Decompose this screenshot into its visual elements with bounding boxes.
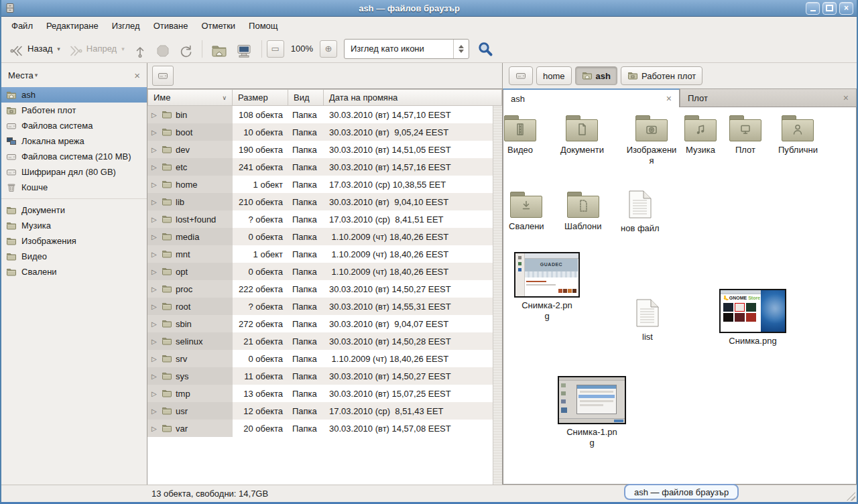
column-header-name[interactable]: Име ∨ <box>147 89 233 106</box>
table-row-root[interactable]: ▷ root? обектаПапка30.03.2010 (вт) 14,55… <box>147 298 502 315</box>
sidebar-item-видео[interactable]: Видео <box>1 249 147 264</box>
column-header-size[interactable]: Размер <box>233 89 288 106</box>
table-row-mnt[interactable]: ▷ mnt1 обектПапка 1.10.2009 (чт) 18,40,2… <box>147 245 502 263</box>
close-button[interactable]: × <box>839 2 853 15</box>
icon-item-снимка-1.png[interactable]: Снимка-1.png <box>558 376 626 449</box>
home-button[interactable] <box>207 38 231 59</box>
menu-help[interactable]: Помощ <box>242 18 284 34</box>
view-mode-select[interactable]: Изглед като икони <box>344 39 469 59</box>
back-dropdown-icon[interactable]: ▾ <box>57 46 60 52</box>
menu-go[interactable]: Отиване <box>147 18 195 34</box>
table-row-proc[interactable]: ▷ proc222 обектаПапка30.03.2010 (вт) 14,… <box>147 280 502 298</box>
sidebar-item-файлова-система[interactable]: Файлова система <box>1 118 147 133</box>
expander-icon[interactable]: ▷ <box>151 303 158 310</box>
expander-icon[interactable]: ▷ <box>151 233 158 241</box>
menu-bookmarks[interactable]: Отметки <box>194 18 242 34</box>
sidebar-item-шифриран-дял-80-gb-[interactable]: Шифриран дял (80 GB) <box>1 164 147 180</box>
expander-icon[interactable]: ▷ <box>151 146 158 153</box>
expander-icon[interactable]: ▷ <box>151 320 158 328</box>
sidebar-item-документи[interactable]: Документи <box>1 202 147 218</box>
expander-icon[interactable]: ▷ <box>151 216 158 223</box>
table-row-opt[interactable]: ▷ opt0 обектаПапка 1.10.2009 (чт) 18,40,… <box>147 263 502 280</box>
sidebar-item-ash[interactable]: ash <box>1 87 147 103</box>
pathbar-button-home[interactable]: home <box>536 66 572 85</box>
sidebar-item-файлова-система-210-mb-[interactable]: Файлова система (210 MB) <box>1 149 147 164</box>
column-header-type[interactable]: Вид <box>288 89 324 106</box>
sidebar-item-изображения[interactable]: Изображения <box>1 233 147 249</box>
taskbar-chip[interactable]: ash — файлов браузър <box>624 484 739 500</box>
table-row-sys[interactable]: ▷ sys11 обектаПапка30.03.2010 (вт) 14,50… <box>147 367 502 385</box>
icon-item-публични[interactable]: Публични <box>778 115 818 155</box>
sidebar-close-icon[interactable]: × <box>134 70 140 81</box>
icon-item-снимка.png[interactable]: 🦶GNOME Store Снимка.png <box>719 289 786 346</box>
vertical-scrollbar[interactable] <box>493 106 502 485</box>
expander-icon[interactable]: ▷ <box>151 198 158 206</box>
table-row-boot[interactable]: ▷ boot10 обектаПапка30.03.2010 (вт) 9,05… <box>147 123 502 141</box>
tab-close-icon[interactable]: × <box>843 93 849 103</box>
table-row-bin[interactable]: ▷ bin108 обектаПапка30.03.2010 (вт) 14,5… <box>147 106 502 123</box>
zoom-in-button[interactable]: ⊕ <box>320 40 337 58</box>
expander-icon[interactable]: ▷ <box>151 390 158 397</box>
expander-icon[interactable]: ▷ <box>151 129 158 136</box>
icon-item-изображения[interactable]: Изображения <box>626 115 677 167</box>
table-row-lib[interactable]: ▷ lib210 обектаПапка30.03.2010 (вт) 9,04… <box>147 193 502 210</box>
expander-icon[interactable]: ▷ <box>151 111 158 119</box>
sidebar-item-кошче[interactable]: Кошче <box>1 180 147 195</box>
resize-grip[interactable] <box>847 492 855 501</box>
sidebar-item-локална-мрежа[interactable]: Локална мрежа <box>1 133 147 149</box>
pathbar-button-ash[interactable]: ash <box>575 66 617 85</box>
icon-item-документи[interactable]: Документи <box>560 115 604 155</box>
table-row-usr[interactable]: ▷ usr12 обектаПапка17.03.2010 (ср) 8,51,… <box>147 402 502 420</box>
table-row-etc[interactable]: ▷ etc241 обектаПапка30.03.2010 (вт) 14,5… <box>147 158 502 176</box>
table-row-dev[interactable]: ▷ dev190 обектаПапка30.03.2010 (вт) 14,5… <box>147 141 502 158</box>
expander-icon[interactable]: ▷ <box>151 268 158 275</box>
forward-dropdown-icon[interactable]: ▾ <box>121 46 125 52</box>
icon-item-нов-файл[interactable]: нов файл <box>621 190 660 234</box>
expander-icon[interactable]: ▷ <box>151 425 158 432</box>
sidebar-item-работен-плот[interactable]: Работен плот <box>1 103 147 118</box>
icon-item-видео[interactable]: Видео <box>504 115 536 155</box>
expander-icon[interactable]: ▷ <box>151 164 158 171</box>
spinner-arrows-icon[interactable] <box>453 40 469 58</box>
expander-icon[interactable]: ▷ <box>151 373 158 380</box>
sidebar-item-свалени[interactable]: Свалени <box>1 264 147 279</box>
icon-item-снимка-2.png[interactable]: GUADEC Снимка-2.png <box>514 252 580 322</box>
tab-close-icon[interactable]: × <box>666 94 672 103</box>
icon-item-list[interactable]: list <box>636 299 659 342</box>
menu-file[interactable]: Файл <box>5 18 40 34</box>
icon-item-свалени[interactable]: Свалени <box>509 192 544 232</box>
icon-item-плот[interactable]: Плот <box>729 115 761 155</box>
icon-item-музика[interactable]: Музика <box>684 115 717 155</box>
computer-button[interactable] <box>231 38 257 59</box>
expander-icon[interactable]: ▷ <box>151 251 158 258</box>
menu-edit[interactable]: Редактиране <box>40 18 105 34</box>
table-row-tmp[interactable]: ▷ tmp13 обектаПапка30.03.2010 (вт) 15,07… <box>147 385 502 402</box>
up-button[interactable] <box>129 38 151 59</box>
expander-icon[interactable]: ▷ <box>151 407 158 415</box>
tab-ash[interactable]: ash× <box>503 88 680 107</box>
table-row-srv[interactable]: ▷ srv0 обектаПапка 1.10.2009 (чт) 18,40,… <box>147 350 502 367</box>
stop-button[interactable] <box>151 38 174 59</box>
table-row-lost+found[interactable]: ▷ lost+found? обектаПапка17.03.2010 (ср)… <box>147 210 502 228</box>
back-button[interactable]: Назад ▾ <box>5 38 64 59</box>
minimize-button[interactable] <box>806 2 820 15</box>
search-button[interactable] <box>477 41 493 57</box>
expander-icon[interactable]: ▷ <box>151 181 158 188</box>
menu-view[interactable]: Изглед <box>105 18 147 34</box>
table-row-media[interactable]: ▷ media0 обектаПапка 1.10.2009 (чт) 18,4… <box>147 228 502 245</box>
reload-button[interactable] <box>174 38 197 59</box>
tab-плот[interactable]: Плот× <box>680 88 857 107</box>
sidebar-item-музика[interactable]: Музика <box>1 218 147 233</box>
expander-icon[interactable]: ▷ <box>151 286 158 293</box>
icon-item-шаблони[interactable]: Шаблони <box>564 192 601 232</box>
table-row-sbin[interactable]: ▷ sbin272 обектаПапка30.03.2010 (вт) 9,0… <box>147 315 502 332</box>
expander-icon[interactable]: ▷ <box>151 338 158 345</box>
sidebar-dropdown-icon[interactable]: ▾ <box>35 72 38 78</box>
maximize-button[interactable] <box>822 2 837 15</box>
expander-icon[interactable]: ▷ <box>151 355 158 363</box>
table-row-selinux[interactable]: ▷ selinux21 обектаПапка30.03.2010 (вт) 1… <box>147 332 502 350</box>
zoom-out-button[interactable]: ▭ <box>267 40 284 58</box>
table-row-home[interactable]: ▷ home1 обектПапка17.03.2010 (ср) 10,38,… <box>147 176 502 193</box>
table-row-var[interactable]: ▷ var20 обектаПапка30.03.2010 (вт) 14,57… <box>147 420 502 437</box>
pathbar-button-Работен плот[interactable]: Работен плот <box>621 66 702 85</box>
